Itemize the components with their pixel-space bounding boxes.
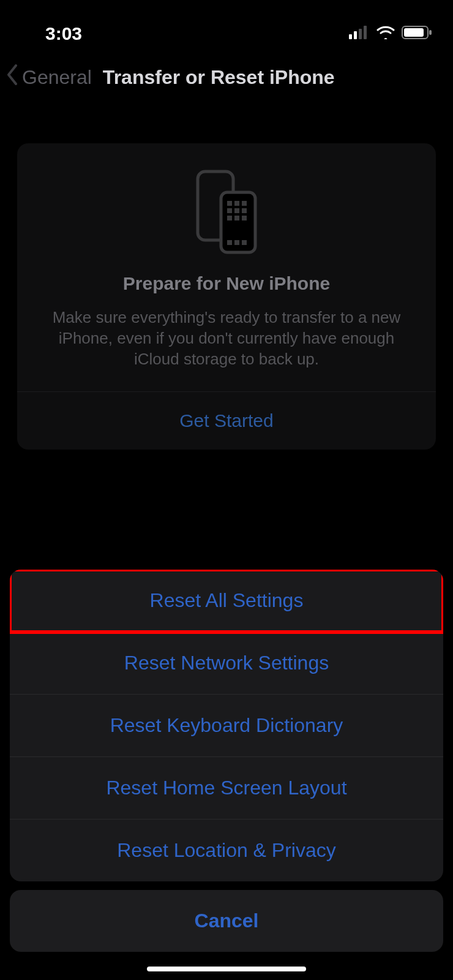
reset-all-settings-button[interactable]: Reset All Settings [10,570,443,632]
card-heading: Prepare for New iPhone [34,273,419,294]
cancel-button[interactable]: Cancel [10,890,443,952]
page-title: Transfer or Reset iPhone [103,66,335,89]
devices-icon [34,169,419,255]
card-description: Make sure everything's ready to transfer… [34,307,419,369]
svg-rect-19 [234,240,239,245]
svg-rect-2 [359,29,362,39]
reset-action-sheet: Reset All Settings Reset Network Setting… [10,570,443,952]
svg-rect-13 [234,208,239,213]
svg-rect-15 [227,216,232,221]
svg-rect-9 [227,201,232,206]
svg-rect-16 [234,216,239,221]
sheet-group: Reset All Settings Reset Network Setting… [10,570,443,881]
svg-rect-18 [227,240,232,245]
home-indicator[interactable] [147,967,306,971]
status-bar: 3:03 [0,0,453,55]
status-time: 3:03 [45,23,82,44]
svg-rect-20 [242,240,247,245]
get-started-button[interactable]: Get Started [34,392,419,450]
svg-rect-12 [227,208,232,213]
nav-bar: General Transfer or Reset iPhone [0,55,453,99]
svg-rect-3 [364,26,367,39]
back-label: General [22,66,92,89]
reset-location-privacy-button[interactable]: Reset Location & Privacy [10,820,443,881]
svg-rect-14 [242,208,247,213]
reset-network-settings-button[interactable]: Reset Network Settings [10,632,443,695]
battery-icon [402,26,432,42]
svg-rect-10 [234,201,239,206]
status-icons [349,26,432,42]
svg-rect-5 [404,28,424,37]
back-button[interactable]: General [6,64,92,90]
svg-rect-0 [349,34,352,39]
svg-rect-11 [242,201,247,206]
prepare-card: Prepare for New iPhone Make sure everyth… [17,143,436,450]
wifi-icon [376,26,395,42]
reset-keyboard-dictionary-button[interactable]: Reset Keyboard Dictionary [10,695,443,757]
chevron-left-icon [6,64,18,90]
svg-rect-6 [429,30,432,35]
svg-rect-17 [242,216,247,221]
reset-home-screen-layout-button[interactable]: Reset Home Screen Layout [10,757,443,820]
svg-rect-1 [354,31,357,39]
cellular-icon [349,26,370,42]
